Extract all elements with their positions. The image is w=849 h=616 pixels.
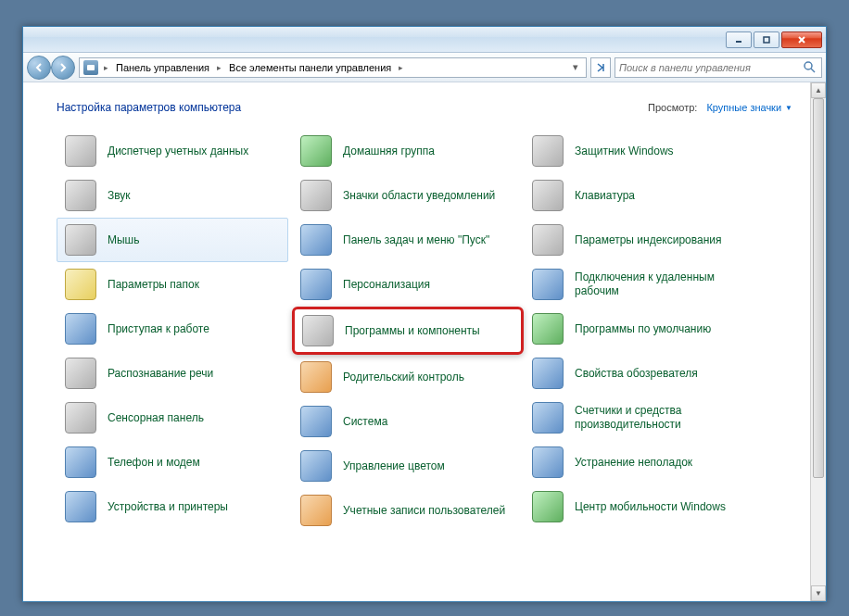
cp-item-windows-defender[interactable]: Защитник Windows <box>524 129 765 173</box>
programs-features-icon <box>302 315 334 346</box>
cp-item-default-programs[interactable]: Программы по умолчанию <box>524 307 765 351</box>
cp-item-label: Диспетчер учетных данных <box>108 145 248 158</box>
cp-item-phone-modem[interactable]: Телефон и модем <box>57 440 288 484</box>
cp-item-performance[interactable]: Счетчики и средства производительности <box>524 396 765 440</box>
breadcrumb-current[interactable]: Все элементы панели управления <box>227 62 393 73</box>
breadcrumb-root[interactable]: Панель управления <box>114 62 211 73</box>
cp-item-label: Подключения к удаленным рабочим <box>575 270 741 298</box>
svg-point-4 <box>805 62 812 69</box>
remote-desktop-icon <box>532 269 564 300</box>
cp-item-personalization[interactable]: Персонализация <box>292 262 524 307</box>
address-bar[interactable]: ▸ Панель управления ▸ Все элементы панел… <box>79 57 587 78</box>
cp-item-label: Приступая к работе <box>108 322 209 336</box>
cp-item-label: Центр мобильности Windows <box>575 500 726 514</box>
cp-item-sound[interactable]: Звук <box>57 173 288 218</box>
cp-item-label: Программы и компоненты <box>345 324 480 338</box>
cp-item-mouse[interactable]: Мышь <box>57 218 288 262</box>
control-panel-icon <box>83 60 98 75</box>
maximize-button[interactable] <box>754 31 779 48</box>
svg-rect-1 <box>764 37 769 43</box>
speech-recognition-icon <box>65 358 96 389</box>
cp-item-homegroup[interactable]: Домашняя группа <box>292 129 524 173</box>
cp-item-label: Защитник Windows <box>575 145 674 158</box>
cp-item-label: Распознавание речи <box>108 367 213 381</box>
chevron-right-icon[interactable]: ▸ <box>395 63 407 72</box>
cp-item-keyboard[interactable]: Клавиатура <box>524 173 765 218</box>
cp-item-remote-desktop[interactable]: Подключения к удаленным рабочим <box>524 262 765 307</box>
column-3: Защитник WindowsКлавиатураПараметры инде… <box>524 129 765 529</box>
view-label: Просмотр: <box>648 102 697 113</box>
search-input[interactable] <box>619 62 803 73</box>
cp-item-label: Клавиатура <box>575 189 635 203</box>
nav-buttons <box>27 56 75 80</box>
address-dropdown[interactable]: ▾ <box>569 61 582 73</box>
parental-controls-icon <box>300 361 332 393</box>
touchpad-icon <box>65 402 96 434</box>
back-arrow-icon <box>33 62 44 73</box>
minimize-button[interactable] <box>726 31 752 48</box>
cp-item-label: Параметры индексирования <box>575 233 721 247</box>
cp-item-label: Сенсорная панель <box>108 411 204 425</box>
cp-item-devices-printers[interactable]: Устройства и принтеры <box>57 484 288 529</box>
cp-item-speech-recognition[interactable]: Распознавание речи <box>57 351 288 396</box>
default-programs-icon <box>532 313 564 345</box>
page-title: Настройка параметров компьютера <box>57 101 241 114</box>
taskbar-start-icon <box>300 224 332 256</box>
mobility-center-icon <box>532 491 564 522</box>
forward-button[interactable] <box>51 56 75 80</box>
folder-options-icon <box>65 269 96 300</box>
header-row: Настройка параметров компьютера Просмотр… <box>23 82 826 129</box>
cp-item-label: Родительский контроль <box>343 371 464 384</box>
cp-item-parental-controls[interactable]: Родительский контроль <box>292 355 524 399</box>
cp-item-troubleshooting[interactable]: Устранение неполадок <box>524 440 765 484</box>
cp-item-indexing-options[interactable]: Параметры индексирования <box>524 218 765 262</box>
vertical-scrollbar[interactable]: ▲ ▼ <box>810 82 826 601</box>
control-panel-window: ▸ Панель управления ▸ Все элементы панел… <box>22 26 827 602</box>
indexing-options-icon <box>532 224 564 256</box>
search-icon[interactable] <box>803 60 817 75</box>
chevron-down-icon: ▼ <box>785 104 792 112</box>
chevron-right-icon[interactable]: ▸ <box>100 63 112 72</box>
cp-item-label: Панель задач и меню "Пуск" <box>343 233 489 247</box>
forward-arrow-icon <box>57 62 69 73</box>
cp-item-label: Значки области уведомлений <box>343 189 495 203</box>
windows-defender-icon <box>532 135 564 167</box>
view-dropdown[interactable]: Крупные значки ▼ <box>706 102 792 113</box>
refresh-button[interactable] <box>590 57 611 78</box>
chevron-right-icon[interactable]: ▸ <box>213 63 225 72</box>
cp-item-programs-features[interactable]: Программы и компоненты <box>292 307 524 355</box>
homegroup-icon <box>300 135 332 167</box>
cp-item-folder-options[interactable]: Параметры папок <box>57 262 288 307</box>
user-accounts-icon <box>300 495 332 526</box>
cp-item-label: Управление цветом <box>343 459 445 473</box>
devices-printers-icon <box>65 491 96 522</box>
cp-item-mobility-center[interactable]: Центр мобильности Windows <box>524 484 765 529</box>
titlebar <box>23 27 826 53</box>
cp-item-label: Свойства обозревателя <box>575 367 698 381</box>
cp-item-device-manager[interactable]: Диспетчер учетных данных <box>57 129 288 173</box>
cp-item-notification-icons[interactable]: Значки области уведомлений <box>292 173 524 218</box>
scroll-thumb[interactable] <box>813 98 824 478</box>
cp-item-label: Устройства и принтеры <box>108 500 228 514</box>
cp-item-user-accounts[interactable]: Учетные записи пользователей <box>292 488 524 533</box>
cp-item-getting-started[interactable]: Приступая к работе <box>57 307 288 351</box>
sound-icon <box>65 180 96 211</box>
cp-item-internet-options[interactable]: Свойства обозревателя <box>524 351 765 396</box>
cp-item-taskbar-start[interactable]: Панель задач и меню "Пуск" <box>292 218 524 262</box>
cp-item-system[interactable]: Система <box>292 399 524 444</box>
content-area: Настройка параметров компьютера Просмотр… <box>23 82 826 601</box>
search-box[interactable] <box>615 57 822 78</box>
close-button[interactable] <box>781 31 822 48</box>
back-button[interactable] <box>27 56 51 80</box>
cp-item-label: Учетные записи пользователей <box>343 504 505 518</box>
scroll-down-button[interactable]: ▼ <box>811 585 826 601</box>
scroll-up-button[interactable]: ▲ <box>811 82 826 98</box>
cp-item-color-management[interactable]: Управление цветом <box>292 444 524 488</box>
cp-item-label: Домашняя группа <box>343 145 435 158</box>
device-manager-icon <box>65 135 96 167</box>
cp-item-touchpad[interactable]: Сенсорная панель <box>57 396 288 440</box>
color-management-icon <box>300 450 332 482</box>
internet-options-icon <box>532 358 564 389</box>
cp-item-label: Персонализация <box>343 278 430 292</box>
view-control: Просмотр: Крупные значки ▼ <box>648 102 792 113</box>
